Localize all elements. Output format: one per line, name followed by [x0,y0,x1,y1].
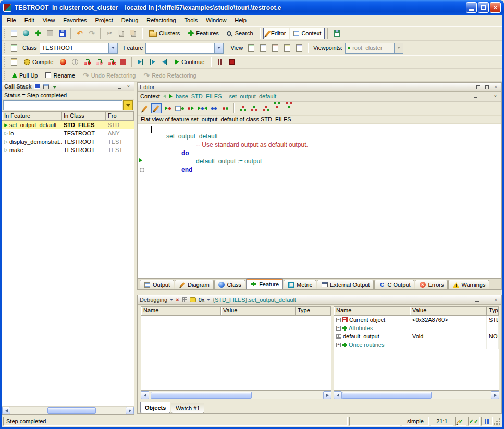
viewpoints-combobox[interactable]: root_cluster [345,43,403,54]
tab-watch-1[interactable]: Watch #1 [171,403,204,413]
tab-class[interactable]: Class [214,280,246,289]
call-stack-header[interactable]: Call Stack × [2,82,134,91]
basic-text-view-icon[interactable] [245,42,257,54]
column-name[interactable]: Name [334,307,410,316]
remove-stop-points-icon[interactable]: × [105,56,117,68]
disable-stop-points-icon[interactable] [93,56,105,68]
compile-button[interactable]: Compile [20,56,57,68]
contract-view-icon[interactable] [281,42,293,54]
menu-edit[interactable]: Edit [20,16,39,24]
menu-debug[interactable]: Debug [117,16,142,24]
tab-errors[interactable]: ×Errors [415,280,448,289]
breadcrumb-feature[interactable]: set_output_default [229,93,276,99]
cut-icon[interactable]: ✂ [104,28,115,39]
menu-help[interactable]: Help [230,16,251,24]
suppliers-icon[interactable] [272,103,282,113]
exception-handling-icon[interactable] [117,56,129,68]
menu-favorites[interactable]: Favorites [59,16,91,24]
code-editor[interactable]: set_output_default -- Use standard outpu… [138,124,501,278]
search-button[interactable]: Search [223,28,257,39]
call-stack-row-current[interactable]: ▶set_output_default STD_FILES STD_ [2,121,134,129]
tab-warnings[interactable]: !Warnings [448,280,489,289]
maximize-panel-icon[interactable] [116,83,123,90]
features-button[interactable]: Features [184,28,222,39]
ancestors-icon[interactable] [238,103,248,113]
minimize-panel-icon[interactable] [474,296,481,303]
breadcrumb-class[interactable]: STD_FILES [191,93,222,99]
open-project-icon[interactable] [20,28,32,39]
scroll-right-button[interactable] [491,391,499,399]
history-forward-icon[interactable] [169,94,173,98]
compilation-info-icon[interactable]: i [69,56,81,68]
compile-workbench-icon[interactable] [8,56,20,68]
object-tree-row[interactable]: default_output Void NON [334,332,499,340]
pick-class-icon[interactable] [8,42,20,54]
column-value[interactable]: Value [410,307,487,316]
clickable-view-icon[interactable] [257,42,269,54]
toolbar-grip[interactable] [4,43,6,53]
feature-list-icon[interactable] [174,103,185,113]
scroll-thumb[interactable] [151,392,252,399]
step-into-icon[interactable] [147,56,158,68]
breadcrumb-origin[interactable]: base [176,93,188,99]
tab-feature[interactable]: Feature [246,278,283,289]
class-combobox-arrow[interactable] [108,43,117,53]
edit-feature-icon[interactable] [140,103,150,113]
redo-refactoring-button[interactable]: ↷Redo Refactoring [140,70,200,81]
close-panel-icon[interactable]: × [493,296,499,303]
maximize-panel-icon[interactable] [484,84,490,91]
pause-button[interactable] [214,56,226,68]
callers-icon[interactable] [197,103,207,113]
external-commands-icon[interactable] [331,28,342,39]
call-stack-row[interactable]: ▷io TESTROOT ANY [2,129,134,137]
note-icon[interactable] [190,297,196,302]
interface-view-icon[interactable] [293,42,305,54]
maximize-panel-icon[interactable] [483,296,490,303]
close-button[interactable]: × [490,2,501,13]
context-toggle-button[interactable]: Context [290,28,325,39]
rename-button[interactable]: Rename [42,70,79,81]
column-type[interactable]: Typ [487,307,499,316]
toolbar-grip[interactable] [4,57,6,67]
resize-grip[interactable] [494,417,501,425]
swap-view-icon[interactable] [220,103,230,113]
maximize-button[interactable] [478,2,489,13]
object-tree-row[interactable]: −Attributes [334,324,499,332]
descendants-icon[interactable] [249,103,260,113]
step-next-icon[interactable] [135,56,146,68]
toolbar-grip[interactable] [4,71,6,80]
object-tree-row[interactable]: −Current object <0x32A8760> STD_ [334,316,499,324]
open-in-new-window-icon[interactable] [43,83,50,90]
minimize-button[interactable] [466,2,477,13]
hex-dropdown-icon[interactable] [207,299,210,301]
feature-combobox[interactable] [145,43,224,54]
debugging-header[interactable]: Debugging × 0x {STD_FILES}.set_output_de… [138,295,501,305]
viewpoints-combobox-arrow[interactable] [394,43,403,53]
collapse-icon[interactable]: − [336,326,341,331]
call-stack-row[interactable]: ▷make TESTROOT TEST [2,146,134,154]
close-panel-icon[interactable]: × [492,93,499,100]
menu-view[interactable]: View [39,16,59,24]
call-stack-hscrollbar[interactable] [2,406,134,414]
breakpoint-slot-icon[interactable] [140,168,144,172]
title-bar[interactable]: TESTROOT in cluster root_cluster located… [0,0,504,15]
pull-up-button[interactable]: Pull Up [8,70,41,81]
remove-expression-icon[interactable]: × [176,297,179,303]
close-panel-icon[interactable]: × [493,84,499,91]
target-feature-icon[interactable] [186,103,196,113]
file-icon[interactable] [44,28,56,39]
homonyms-icon[interactable] [284,103,294,113]
new-class-icon[interactable] [8,28,20,39]
editor-toggle-button[interactable]: Editor [263,28,290,39]
scroll-right-button[interactable] [126,407,134,414]
close-panel-icon[interactable]: × [125,83,132,90]
stack-depth-button[interactable] [123,100,133,110]
continue-button[interactable]: Continue [171,56,208,68]
menu-refactoring[interactable]: Refactoring [142,16,180,24]
scroll-thumb[interactable] [47,407,96,414]
clients-icon[interactable] [261,103,271,113]
go-to-definition-icon[interactable] [163,103,173,113]
menu-project[interactable]: Project [91,16,117,24]
toolbar-grip[interactable] [4,29,6,38]
maximize-panel-icon[interactable] [482,93,489,100]
